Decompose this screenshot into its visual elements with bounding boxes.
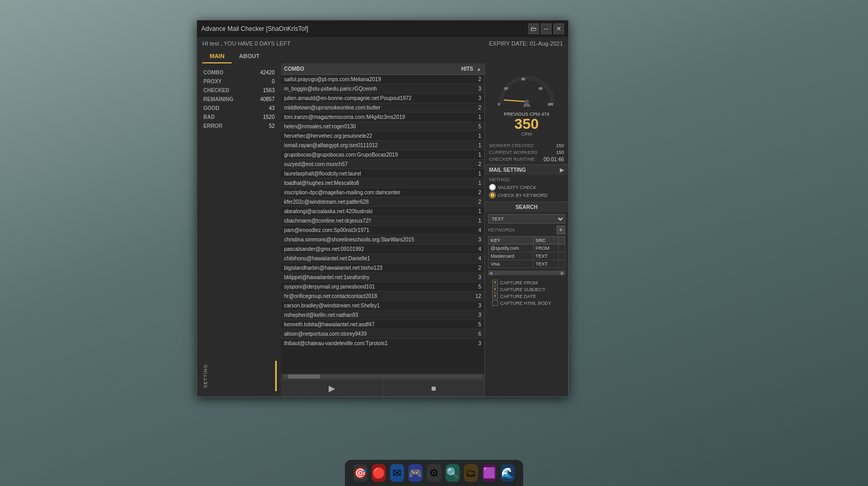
tab-main[interactable]: MAIN bbox=[202, 50, 232, 63]
stop-button[interactable]: ■ bbox=[383, 380, 485, 397]
scroll-thumb-x[interactable] bbox=[288, 374, 320, 379]
list-item[interactable]: christina.simmons@shorelineschools.org:S… bbox=[281, 235, 484, 245]
list-item[interactable]: middletown@upnsmokeonline.com:butter2 bbox=[281, 103, 484, 113]
kw-scroll-left[interactable]: ◀ bbox=[488, 270, 493, 275]
kw-col-src: SRC bbox=[533, 237, 558, 245]
list-item[interactable]: hr@orificegroup.net:contactcontact201812 bbox=[281, 292, 484, 301]
check-by-keyword-radio[interactable] bbox=[489, 192, 496, 198]
keyword-row[interactable]: @spotify.comFROM bbox=[489, 245, 565, 252]
kw-src: TEXT bbox=[533, 252, 558, 260]
stat-good: GOOD 43 bbox=[201, 104, 277, 112]
capture-subject-checkbox[interactable] bbox=[492, 286, 498, 292]
item-combo: toadhal@hughes.net:Mescalito8 bbox=[281, 180, 458, 186]
validity-check-row[interactable]: VALIDITY CHECK bbox=[489, 184, 564, 191]
list-item[interactable]: bigislandharbin@hawaiiantel.net:bisho123… bbox=[281, 263, 484, 273]
capture-subject-label: CAPTURE SUBJECT bbox=[500, 287, 546, 292]
kw-col-key: KEY bbox=[489, 237, 534, 245]
list-item[interactable]: pam@enoodlez.com:Sp00nst3r19714 bbox=[281, 226, 484, 235]
search-header: SEARCH bbox=[485, 202, 568, 212]
list-item[interactable]: alison@netportusa.com:storey94396 bbox=[281, 329, 484, 339]
list-item[interactable]: sysponi@derpymail.org:jamesbond1015 bbox=[281, 282, 484, 292]
setting-tab[interactable]: SETTING bbox=[201, 361, 277, 391]
item-hits: 2 bbox=[458, 190, 484, 195]
list-item[interactable]: hervehec@hervehec.org:jesuisnele221 bbox=[281, 131, 484, 141]
horizontal-scrollbar[interactable] bbox=[281, 373, 484, 380]
capture-html-body-row: CAPTURE HTML BODY bbox=[492, 300, 561, 306]
list-item[interactable]: grupobocas@grupobocas.com:GrupoBocas2019… bbox=[281, 150, 484, 160]
keywords-table: KEY SRC @spotify.comFROMMastercardTEXTVi… bbox=[488, 236, 565, 268]
combo-value: 42420 bbox=[260, 70, 275, 75]
list-item[interactable]: nshepherd@kellin.net:nathan933 bbox=[281, 311, 484, 320]
item-hits: 1 bbox=[458, 133, 484, 139]
list-item[interactable]: julien.arnauld@en-bonne-compagnie.net:Po… bbox=[281, 94, 484, 103]
taskbar-icon-5[interactable]: 🔍 bbox=[446, 464, 460, 482]
add-keyword-button[interactable]: + bbox=[557, 226, 565, 234]
capture-date-checkbox[interactable] bbox=[492, 293, 498, 299]
taskbar-icon-1[interactable]: 🔴 bbox=[372, 464, 386, 482]
capture-from-row: CAPTURE FROM bbox=[492, 280, 561, 285]
mail-setting-header[interactable]: MAIL SETTING ▶ bbox=[485, 164, 568, 175]
list-item[interactable]: inscription-dpc@magellan-mailing.com:dam… bbox=[281, 188, 484, 197]
list-item[interactable]: abealongi@acsalaska.net:420budnski1 bbox=[281, 207, 484, 216]
item-combo: helen@nmsales.net:roger0130 bbox=[281, 124, 458, 129]
play-button[interactable]: ▶ bbox=[281, 380, 383, 397]
list-item[interactable]: suzyed@eot.com:munch572 bbox=[281, 160, 484, 169]
search-type-select[interactable]: TEXT REGEX CONTAINS bbox=[488, 214, 565, 224]
keywords-row: KEYWORDs + bbox=[488, 226, 565, 234]
list-item[interactable]: toadhal@hughes.net:Mescalito81 bbox=[281, 179, 484, 188]
list-item[interactable]: pascalsander@gmx.net:091019924 bbox=[281, 245, 484, 254]
taskbar-icon-3[interactable]: 🎮 bbox=[408, 464, 422, 482]
list-item[interactable]: laurelasphalt@floodcity.net:laurel1 bbox=[281, 169, 484, 179]
svg-text:80: 80 bbox=[539, 87, 542, 90]
item-hits: 5 bbox=[458, 284, 484, 290]
check-by-keyword-row[interactable]: CHECK BY KEYWORD bbox=[489, 192, 564, 198]
close-button[interactable]: ✕ bbox=[554, 24, 564, 34]
validity-check-radio[interactable] bbox=[489, 184, 496, 191]
keyword-row[interactable]: MastercardTEXT bbox=[489, 252, 565, 260]
capture-from-checkbox[interactable] bbox=[492, 280, 498, 285]
keyword-row[interactable]: VisaTEXT bbox=[489, 260, 565, 268]
list-body[interactable]: saiful.prayogo@pt-mps.com:Meliana20192m_… bbox=[281, 75, 484, 347]
item-combo: toni.iranzo@magaztemscoma.com:M4g4tz3ms2… bbox=[281, 114, 458, 120]
list-item[interactable]: cbachmann@tconline.net:dcjesus72!!1 bbox=[281, 216, 484, 226]
title-bar: Advance Mail Checker [ShaOnKrisTof] 🗁 ─ … bbox=[197, 20, 568, 37]
list-item[interactable]: saiful.prayogo@pt-mps.com:Meliana20192 bbox=[281, 75, 484, 84]
list-item[interactable]: helen@nmsales.net:roger01305 bbox=[281, 122, 484, 131]
taskbar-icon-2[interactable]: ✉ bbox=[390, 464, 404, 482]
tab-about[interactable]: ABOUT bbox=[232, 50, 267, 63]
list-item[interactable]: toni.iranzo@magaztemscoma.com:M4g4tz3ms2… bbox=[281, 113, 484, 122]
checked-label: CHECKED bbox=[203, 87, 229, 93]
item-hits: 2 bbox=[458, 76, 484, 82]
remaining-value: 40857 bbox=[260, 96, 275, 102]
taskbar-icon-7[interactable]: 🟪 bbox=[482, 464, 496, 482]
taskbar-icon-6[interactable]: 🗂 bbox=[464, 464, 478, 482]
item-combo: grupobocas@grupobocas.com:GrupoBocas2019 bbox=[281, 152, 458, 158]
kw-src: TEXT bbox=[533, 260, 558, 268]
list-item[interactable]: bklippel@hawaiiantel.net:1seafordny3 bbox=[281, 273, 484, 282]
item-hits: 4 bbox=[458, 246, 484, 252]
taskbar-icon-0[interactable]: 🎯 bbox=[353, 464, 367, 482]
item-hits: 2 bbox=[458, 199, 484, 205]
list-item[interactable]: m_boggio@stu-psbedu.paris:rGQcennh3 bbox=[281, 84, 484, 94]
minimize-button[interactable]: ─ bbox=[541, 24, 551, 34]
stat-remaining: REMAINING 40857 bbox=[201, 95, 277, 103]
taskbar-icon-8[interactable]: 🌊 bbox=[501, 464, 515, 482]
list-item[interactable]: kenneth.tobita@hawaiiantel.net:asdf475 bbox=[281, 320, 484, 329]
kw-scroll-right[interactable]: ▶ bbox=[560, 270, 565, 275]
folder-button[interactable]: 🗁 bbox=[528, 24, 539, 34]
item-combo: saiful.prayogo@pt-mps.com:Meliana2019 bbox=[281, 76, 458, 82]
list-item[interactable]: ismail.rayan@alfaegypt.org:ism01110121 bbox=[281, 141, 484, 150]
keywords-label: KEYWORDs bbox=[488, 227, 515, 233]
mail-setting-arrow: ▶ bbox=[560, 167, 564, 173]
list-item[interactable]: chibihonu@hawaiiantel.net:Danielle14 bbox=[281, 254, 484, 263]
kw-scroll-track bbox=[493, 271, 560, 275]
kw-scrollbar[interactable]: ◀ ▶ bbox=[488, 270, 565, 275]
list-item[interactable]: kfer202c@windstream.net:patfer6282 bbox=[281, 197, 484, 207]
content-area: COMBO 42420 PROXY 0 CHECKED 1563 REMAINI… bbox=[197, 63, 568, 396]
taskbar-icon-4[interactable]: ⚙ bbox=[427, 464, 441, 482]
item-hits: 3 bbox=[458, 274, 484, 280]
list-item[interactable]: thibaut@chateau-vandeleville.com:Tprotoi… bbox=[281, 339, 484, 347]
capture-html-body-checkbox[interactable] bbox=[492, 300, 498, 306]
list-item[interactable]: carson.bradley@windstream.net:Shelby13 bbox=[281, 301, 484, 311]
stat-error: ERROR 52 bbox=[201, 122, 277, 130]
